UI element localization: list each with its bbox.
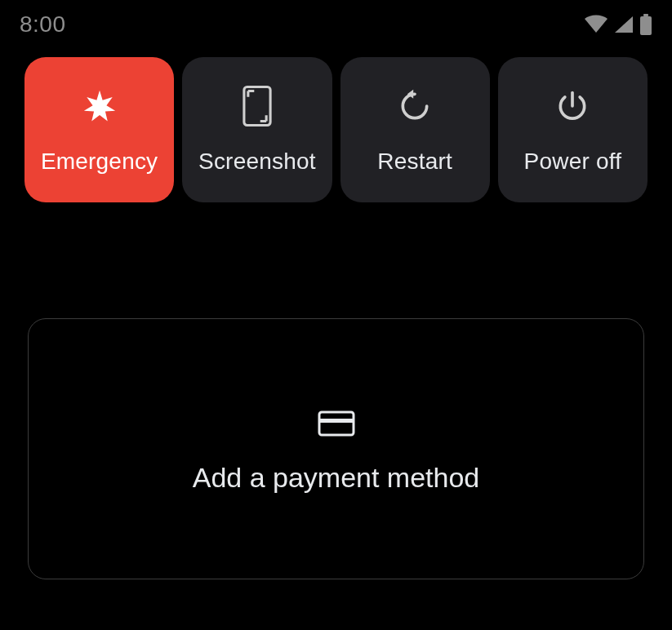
restart-icon <box>394 85 436 127</box>
power-icon <box>551 85 594 127</box>
svg-rect-4 <box>319 419 354 423</box>
add-payment-label: Add a payment method <box>193 462 480 494</box>
status-icons <box>584 14 652 35</box>
add-payment-card[interactable]: Add a payment method <box>28 318 644 579</box>
svg-rect-1 <box>640 16 652 35</box>
screenshot-button[interactable]: Screenshot <box>182 57 332 202</box>
power-off-button[interactable]: Power off <box>498 57 648 202</box>
power-off-label: Power off <box>524 149 622 175</box>
svg-rect-3 <box>319 412 354 435</box>
power-menu: Emergency Screenshot Restart Pow <box>0 41 672 202</box>
emergency-button[interactable]: Emergency <box>24 57 174 202</box>
restart-button[interactable]: Restart <box>340 57 490 202</box>
restart-label: Restart <box>377 149 452 175</box>
svg-rect-0 <box>643 14 648 16</box>
status-bar: 8:00 <box>0 0 672 41</box>
battery-icon <box>639 14 652 35</box>
emergency-icon <box>78 85 121 127</box>
wifi-icon <box>584 15 608 34</box>
cellular-icon <box>613 15 634 34</box>
status-time: 8:00 <box>20 11 66 38</box>
emergency-label: Emergency <box>41 149 158 175</box>
screenshot-label: Screenshot <box>198 149 316 175</box>
credit-card-icon <box>318 405 355 442</box>
screenshot-icon <box>236 85 278 127</box>
